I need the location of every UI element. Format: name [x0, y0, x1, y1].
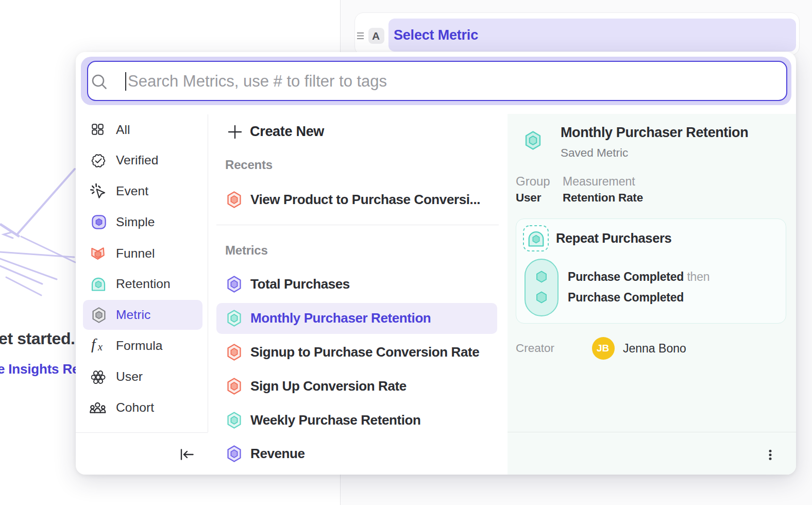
svg-text:f: f	[91, 338, 97, 352]
svg-text:x: x	[97, 341, 103, 352]
